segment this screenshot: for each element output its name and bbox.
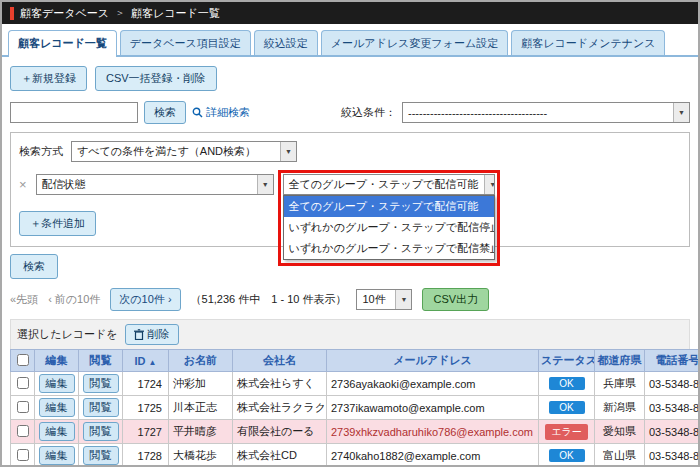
status-badge: OK [549,449,585,462]
condition-field-select[interactable]: 配信状態 ▼ [36,174,274,195]
row-checkbox[interactable] [17,449,29,461]
table-header-row: 編集 閲覧 ID ▲ お名前 会社名 メールアドレス ステータス 都道府県 電話… [11,350,700,372]
cell-name: 川本正志 [169,396,233,420]
row-checkbox[interactable] [17,425,29,437]
delete-selected-label: 削除 [148,327,170,342]
edit-button[interactable]: 編集 [39,398,75,417]
breadcrumb-separator: ＞ [115,6,125,20]
execute-search-button[interactable]: 検索 [10,254,58,279]
csv-bulk-button[interactable]: CSV一括登録・削除 [95,66,217,91]
selected-records-label: 選択したレコードを [17,327,118,342]
cell-id: 1728 [123,444,169,467]
cell-id: 1724 [123,372,169,396]
action-button-row: ＋新規登録 CSV一括登録・削除 [10,66,690,91]
pagination-first[interactable]: «先頭 [10,292,38,307]
add-condition-button[interactable]: ＋条件追加 [19,211,96,236]
cell-company: 株式会社ラクラク [233,396,327,420]
record-selection-row: 選択したレコードを 削除 [10,319,690,349]
csv-export-button[interactable]: CSV出力 [422,288,489,311]
dropdown-option-prohibited-any[interactable]: いずれかのグループ・ステップで配信禁止 [284,238,494,259]
search-row: 検索 詳細検索 絞込条件： --------------------------… [10,101,690,124]
status-badge: エラー [545,424,587,440]
search-button[interactable]: 検索 [144,101,186,124]
breadcrumb-current: 顧客レコード一覧 [131,6,220,21]
delete-selected-button[interactable]: 削除 [125,324,179,345]
per-page-select[interactable]: 10件 ▼ [356,289,412,310]
filter-condition-label: 絞込条件： [341,105,396,120]
table-row: 編集 閲覧 1724 沖彩加 株式会社らすく 2736ayakaoki@exam… [11,372,700,396]
header-name[interactable]: お名前 [169,350,233,372]
edit-button[interactable]: 編集 [39,374,75,393]
select-all-checkbox[interactable] [17,354,29,366]
row-checkbox[interactable] [17,377,29,389]
search-method-select[interactable]: すべての条件を満たす（AND検索） ▼ [71,141,297,162]
cell-phone: 03-5348-8070 [645,396,700,420]
advanced-search-label: 詳細検索 [206,105,250,120]
tab-record-maintenance[interactable]: 顧客レコードメンテナンス [511,30,665,55]
header-phone[interactable]: 電話番号 [645,350,700,372]
cell-phone: 03-5348-8070 [645,444,700,467]
cell-prefecture: 愛知県 [595,420,645,444]
pagination-prev[interactable]: ‹ 前の10件 [48,292,100,307]
header-select-all [11,350,35,372]
pagination-bar: «先頭 ‹ 前の10件 次の10件 › （51,236 件中 1 - 10 件表… [10,288,690,311]
table-row-error: 編集 閲覧 1727 平井晴彦 有限会社のーる 2739xhkzvadharuh… [11,420,700,444]
trash-icon [134,329,144,340]
cell-name: 大橋花歩 [169,444,233,467]
dropdown-option-stopped-any[interactable]: いずれかのグループ・ステップで配信停止 [284,217,494,238]
condition-value-select[interactable]: 全てのグループ・ステップで配信可能 ▼ [283,174,495,195]
filter-condition-select[interactable]: -------------------------------------- ▼ [402,102,690,123]
chevron-down-icon: ▼ [257,175,273,194]
breadcrumb-root[interactable]: 顧客データベース [20,6,109,21]
header-status[interactable]: ステータス [539,350,595,372]
main-content: ＋新規登録 CSV一括登録・削除 検索 詳細検索 絞込条件： ---------… [2,57,698,467]
cell-name: 沖彩加 [169,372,233,396]
condition-row: × 配信状態 ▼ 全てのグループ・ステップで配信可能 ▼ 全てのグループ・ステッ… [19,174,681,195]
status-badge: OK [549,377,585,390]
customer-database-window: 顧客データベース ＞ 顧客レコード一覧 顧客レコード一覧 データベース項目設定 … [0,0,700,467]
remove-condition-icon[interactable]: × [19,177,27,192]
advanced-search-link[interactable]: 詳細検索 [192,105,250,120]
cell-email: 2737ikawamoto@example.com [327,396,539,420]
tab-bar: 顧客レコード一覧 データベース項目設定 絞込設定 メールアドレス変更フォーム設定… [2,24,698,57]
cell-prefecture: 富山県 [595,444,645,467]
view-button[interactable]: 閲覧 [83,398,119,417]
cell-phone: 03-5348-8070 [645,372,700,396]
header-view: 閲覧 [79,350,123,372]
row-checkbox[interactable] [17,401,29,413]
header-company[interactable]: 会社名 [233,350,327,372]
pagination-summary: （51,236 件中 1 - 10 件表示） [191,292,347,307]
dropdown-option-list: 全てのグループ・ステップで配信可能 いずれかのグループ・ステップで配信停止 いず… [283,195,495,260]
sort-ascending-icon: ▲ [149,358,157,367]
chevron-down-icon: ▼ [395,290,411,309]
pagination-next[interactable]: 次の10件 › [110,288,180,311]
tab-database-item-settings[interactable]: データベース項目設定 [120,30,251,55]
header-edit: 編集 [35,350,79,372]
status-badge: OK [549,401,585,414]
view-button[interactable]: 閲覧 [83,374,119,393]
brand-accent-bar [10,7,14,20]
condition-value-dropdown: 全てのグループ・ステップで配信可能 ▼ 全てのグループ・ステップで配信可能 いず… [283,174,495,195]
cell-name: 平井晴彦 [169,420,233,444]
edit-button[interactable]: 編集 [39,422,75,441]
view-button[interactable]: 閲覧 [83,446,119,465]
dropdown-option-deliverable-all[interactable]: 全てのグループ・ステップで配信可能 [284,196,494,217]
view-button[interactable]: 閲覧 [83,422,119,441]
cell-company: 有限会社のーる [233,420,327,444]
header-prefecture[interactable]: 都道府県 [595,350,645,372]
tab-customer-records[interactable]: 顧客レコード一覧 [8,30,117,57]
new-record-button[interactable]: ＋新規登録 [10,66,87,91]
search-input[interactable] [10,102,138,123]
tab-filter-settings[interactable]: 絞込設定 [254,30,318,55]
search-icon [192,107,203,118]
condition-value-selected: 全てのグループ・ステップで配信可能 [289,177,479,192]
header-id[interactable]: ID ▲ [123,350,169,372]
edit-button[interactable]: 編集 [39,446,75,465]
tab-email-change-form-settings[interactable]: メールアドレス変更フォーム設定 [321,30,508,55]
cell-id: 1727 [123,420,169,444]
cell-phone: 03-5348-8070 [645,420,700,444]
chevron-down-icon: ▼ [280,142,296,161]
header-email[interactable]: メールアドレス [327,350,539,372]
cell-email: 2736ayakaoki@example.com [327,372,539,396]
search-condition-box: 検索方式 すべての条件を満たす（AND検索） ▼ × 配信状態 ▼ 全てのグルー… [10,132,690,247]
